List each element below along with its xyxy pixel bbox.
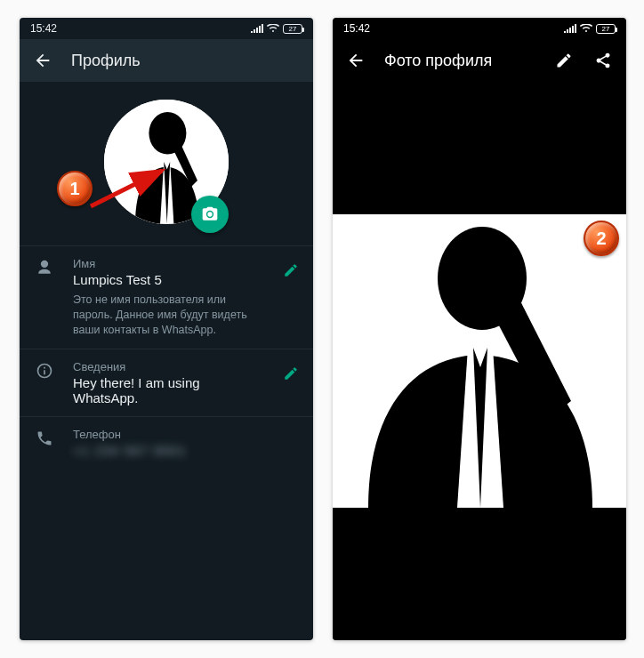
annotation-badge-2: 2 <box>584 221 619 256</box>
section-about[interactable]: Сведения Hey there! I am using WhatsApp. <box>20 349 313 416</box>
edit-name-button[interactable] <box>283 257 299 338</box>
section-phone: Телефон +1 234 567 8901 <box>20 416 313 469</box>
battery-icon: 27 <box>596 24 616 34</box>
status-bar: 15:42 27 <box>333 18 626 39</box>
status-icons: 27 <box>564 24 616 34</box>
pencil-icon <box>283 365 299 381</box>
appbar-profile: Профиль <box>20 39 313 82</box>
edit-about-button[interactable] <box>283 360 299 405</box>
section-name[interactable]: Имя Lumpics Test 5 Это не имя пользовате… <box>20 245 313 349</box>
status-time: 15:42 <box>343 22 370 35</box>
appbar-title: Фото профиля <box>384 52 492 70</box>
battery-icon: 27 <box>283 24 302 34</box>
phone-photo: 15:42 27 Фото профиля <box>333 18 626 640</box>
name-desc: Это не имя пользователя или пароль. Данн… <box>73 293 265 338</box>
pencil-icon <box>283 262 299 278</box>
share-icon <box>594 52 612 69</box>
camera-icon <box>201 205 219 223</box>
signal-icon <box>564 24 576 33</box>
wifi-icon <box>267 24 279 33</box>
person-icon <box>36 259 53 338</box>
status-time: 15:42 <box>30 22 57 35</box>
wifi-icon <box>580 24 592 33</box>
annotation-badge-1: 1 <box>57 171 93 206</box>
about-value: Hey there! I am using WhatsApp. <box>73 375 265 405</box>
status-icons: 27 <box>251 24 302 34</box>
phone-label: Телефон <box>73 428 299 441</box>
profile-photo-full <box>333 214 626 508</box>
phone-profile: 15:42 27 Профиль <box>20 18 313 640</box>
name-label: Имя <box>73 257 265 270</box>
appbar-title: Профиль <box>71 52 141 70</box>
name-value: Lumpics Test 5 <box>73 272 265 287</box>
about-label: Сведения <box>73 360 265 373</box>
status-bar: 15:42 27 <box>20 18 313 39</box>
photo-viewer[interactable] <box>333 82 626 640</box>
back-icon[interactable] <box>345 50 366 71</box>
pencil-icon <box>555 52 573 69</box>
share-photo-button[interactable] <box>592 50 614 71</box>
back-icon[interactable] <box>32 50 53 71</box>
signal-icon <box>251 24 263 33</box>
info-icon <box>36 362 53 405</box>
phone-icon <box>36 429 53 458</box>
phone-value-blurred: +1 234 567 8901 <box>73 443 299 458</box>
appbar-photo: Фото профиля <box>333 39 626 82</box>
change-photo-button[interactable] <box>191 196 229 233</box>
edit-photo-button[interactable] <box>553 50 575 71</box>
